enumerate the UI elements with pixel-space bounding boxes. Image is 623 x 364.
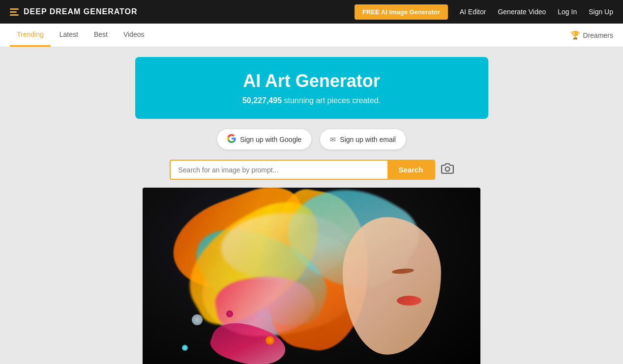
signup-google-label: Sign up with Google [240,136,301,143]
free-ai-generator-button[interactable]: FREE AI Image Generator [355,4,448,20]
trophy-icon: 🏆 [570,30,580,40]
featured-image-container [143,188,480,364]
hero-banner: AI Art Generator 50,227,495 stunning art… [135,57,488,119]
hero-subtitle-text: stunning art pieces created. [284,96,381,105]
dreamers-label: Dreamers [583,31,613,39]
signup-row: Sign up with Google ✉ Sign up with email [217,129,406,150]
camera-icon [441,162,454,175]
main-content: AI Art Generator 50,227,495 stunning art… [0,47,623,364]
search-row: Search [170,160,454,180]
email-icon: ✉ [330,136,336,143]
google-icon [227,134,236,144]
hero-title: AI Art Generator [155,71,469,91]
hamburger-menu-icon[interactable] [10,8,19,16]
tab-videos[interactable]: Videos [117,24,151,47]
search-container: Search [170,160,435,180]
search-input[interactable] [171,161,388,179]
orb-gray [192,314,203,325]
signup-google-button[interactable]: Sign up with Google [217,129,312,150]
nav-login[interactable]: Log In [558,8,577,16]
hero-subtitle: 50,227,495 stunning art pieces created. [155,96,469,105]
camera-search-button[interactable] [441,162,454,178]
nav-tabs: Trending Latest Best Videos [10,24,151,47]
orb-teal [182,345,188,351]
face-shape [343,217,441,355]
nav-signup[interactable]: Sign Up [589,8,613,16]
svg-point-0 [445,167,449,171]
header-right: FREE AI Image Generator AI Editor Genera… [355,4,613,20]
tab-trending[interactable]: Trending [10,24,51,47]
header: DEEP DREAM GENERATOR FREE AI Image Gener… [0,0,623,24]
art-count: 50,227,495 [242,96,282,105]
nav-generate-video[interactable]: Generate Video [498,8,546,16]
signup-email-button[interactable]: ✉ Sign up with email [320,129,406,150]
orb-pink [226,310,233,317]
orb-orange [266,336,274,345]
lips [397,296,421,306]
featured-artwork [143,188,480,364]
tab-best[interactable]: Best [87,24,115,47]
menu-lines [10,8,19,16]
search-button[interactable]: Search [387,161,434,179]
tab-latest[interactable]: Latest [53,24,85,47]
signup-email-label: Sign up with email [340,136,396,143]
dreamers-link[interactable]: 🏆 Dreamers [570,30,613,40]
nav-bar: Trending Latest Best Videos 🏆 Dreamers [0,24,623,47]
header-left: DEEP DREAM GENERATOR [10,7,138,16]
nav-ai-editor[interactable]: AI Editor [460,8,486,16]
site-logo-text: DEEP DREAM GENERATOR [24,7,138,16]
